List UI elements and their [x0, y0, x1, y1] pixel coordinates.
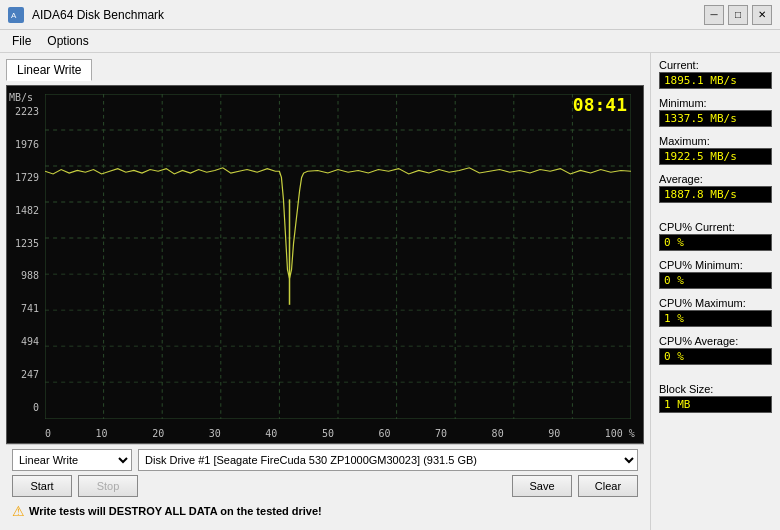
- x-label-8: 80: [492, 428, 504, 439]
- y-label-2: 1729: [9, 172, 39, 183]
- window-title: AIDA64 Disk Benchmark: [32, 8, 164, 22]
- warning-text: Write tests will DESTROY ALL DATA on the…: [29, 505, 322, 517]
- chart-area: 2223 1976 1729 1482 1235 988 741 494 247…: [6, 85, 644, 444]
- cpu-average-label: CPU% Average:: [659, 335, 772, 347]
- block-size-label: Block Size:: [659, 383, 772, 395]
- left-panel: Linear Write 2223 1976 1729 1482 1235 98…: [0, 53, 650, 530]
- minimum-label: Minimum:: [659, 97, 772, 109]
- stat-minimum: Minimum: 1337.5 MB/s: [659, 97, 772, 127]
- close-button[interactable]: ✕: [752, 5, 772, 25]
- stat-cpu-maximum: CPU% Maximum: 1 %: [659, 297, 772, 327]
- bottom-controls: Linear Write Linear Read Random Read Ran…: [6, 444, 644, 525]
- current-label: Current:: [659, 59, 772, 71]
- start-button[interactable]: Start: [12, 475, 72, 497]
- x-axis: 0 10 20 30 40 50 60 70 80 90 100 %: [45, 428, 635, 439]
- y-label-9: 0: [9, 402, 39, 413]
- window-controls: ─ □ ✕: [704, 5, 772, 25]
- stat-cpu-average: CPU% Average: 0 %: [659, 335, 772, 365]
- maximum-value: 1922.5 MB/s: [659, 148, 772, 165]
- stat-cpu-current: CPU% Current: 0 %: [659, 221, 772, 251]
- cpu-maximum-value: 1 %: [659, 310, 772, 327]
- x-label-3: 30: [209, 428, 221, 439]
- main-content: Linear Write 2223 1976 1729 1482 1235 98…: [0, 53, 780, 530]
- clear-button[interactable]: Clear: [578, 475, 638, 497]
- y-axis: 2223 1976 1729 1482 1235 988 741 494 247…: [7, 106, 43, 413]
- time-display: 08:41: [573, 94, 627, 115]
- tab-bar: Linear Write: [6, 59, 644, 81]
- stop-button[interactable]: Stop: [78, 475, 138, 497]
- stat-block-size: Block Size: 1 MB: [659, 383, 772, 413]
- x-label-0: 0: [45, 428, 51, 439]
- x-label-4: 40: [265, 428, 277, 439]
- cpu-current-value: 0 %: [659, 234, 772, 251]
- app-icon: A: [8, 7, 24, 23]
- minimum-value: 1337.5 MB/s: [659, 110, 772, 127]
- warning-row: ⚠ Write tests will DESTROY ALL DATA on t…: [12, 501, 638, 521]
- controls-row1: Linear Write Linear Read Random Read Ran…: [12, 449, 638, 471]
- cpu-current-label: CPU% Current:: [659, 221, 772, 233]
- title-bar: A AIDA64 Disk Benchmark ─ □ ✕: [0, 0, 780, 30]
- tab-linear-write[interactable]: Linear Write: [6, 59, 92, 81]
- title-bar-left: A AIDA64 Disk Benchmark: [8, 7, 164, 23]
- y-label-5: 988: [9, 270, 39, 281]
- block-size-value: 1 MB: [659, 396, 772, 413]
- stat-maximum: Maximum: 1922.5 MB/s: [659, 135, 772, 165]
- y-label-1: 1976: [9, 139, 39, 150]
- svg-text:A: A: [11, 11, 17, 20]
- menu-options[interactable]: Options: [39, 32, 96, 50]
- y-label-6: 741: [9, 303, 39, 314]
- x-label-9: 90: [548, 428, 560, 439]
- stat-average: Average: 1887.8 MB/s: [659, 173, 772, 203]
- mbs-label: MB/s: [9, 92, 33, 103]
- y-label-7: 494: [9, 336, 39, 347]
- menu-file[interactable]: File: [4, 32, 39, 50]
- x-label-6: 60: [378, 428, 390, 439]
- x-label-7: 70: [435, 428, 447, 439]
- menu-bar: File Options: [0, 30, 780, 53]
- cpu-maximum-label: CPU% Maximum:: [659, 297, 772, 309]
- x-label-2: 20: [152, 428, 164, 439]
- mode-select[interactable]: Linear Write Linear Read Random Read Ran…: [12, 449, 132, 471]
- minimize-button[interactable]: ─: [704, 5, 724, 25]
- chart-svg: [45, 94, 631, 419]
- y-label-4: 1235: [9, 238, 39, 249]
- y-label-8: 247: [9, 369, 39, 380]
- warning-icon: ⚠: [12, 503, 25, 519]
- right-panel: Current: 1895.1 MB/s Minimum: 1337.5 MB/…: [650, 53, 780, 530]
- cpu-minimum-value: 0 %: [659, 272, 772, 289]
- stat-current: Current: 1895.1 MB/s: [659, 59, 772, 89]
- average-label: Average:: [659, 173, 772, 185]
- controls-row2: Start Stop Save Clear: [12, 475, 638, 497]
- disk-select[interactable]: Disk Drive #1 [Seagate FireCuda 530 ZP10…: [138, 449, 638, 471]
- y-label-0: 2223: [9, 106, 39, 117]
- maximize-button[interactable]: □: [728, 5, 748, 25]
- x-label-5: 50: [322, 428, 334, 439]
- x-label-1: 10: [96, 428, 108, 439]
- stat-cpu-minimum: CPU% Minimum: 0 %: [659, 259, 772, 289]
- cpu-minimum-label: CPU% Minimum:: [659, 259, 772, 271]
- save-button[interactable]: Save: [512, 475, 572, 497]
- maximum-label: Maximum:: [659, 135, 772, 147]
- current-value: 1895.1 MB/s: [659, 72, 772, 89]
- y-label-3: 1482: [9, 205, 39, 216]
- average-value: 1887.8 MB/s: [659, 186, 772, 203]
- x-label-10: 100 %: [605, 428, 635, 439]
- cpu-average-value: 0 %: [659, 348, 772, 365]
